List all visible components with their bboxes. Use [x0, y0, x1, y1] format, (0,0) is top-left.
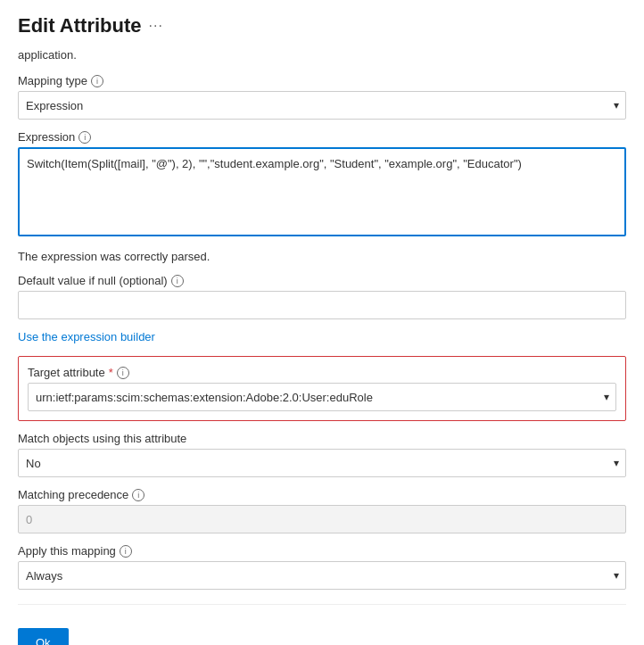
- target-attribute-label: Target attribute * i: [28, 366, 616, 379]
- default-value-info-icon[interactable]: i: [171, 275, 184, 287]
- expression-status: The expression was correctly parsed.: [18, 250, 626, 263]
- target-attribute-select-wrapper: urn:ietf:params:scim:schemas:extension:A…: [28, 383, 616, 411]
- expression-info-icon[interactable]: i: [78, 131, 91, 144]
- matching-precedence-label: Matching precedence i: [18, 488, 626, 501]
- expression-builder-link[interactable]: Use the expression builder: [18, 330, 155, 343]
- default-value-group: Default value if null (optional) i: [18, 274, 626, 319]
- target-attribute-required: *: [109, 366, 113, 379]
- matching-precedence-input: [18, 505, 626, 533]
- bottom-divider: [18, 604, 626, 605]
- expression-textarea[interactable]: Switch(Item(Split([mail], "@"), 2), "","…: [18, 147, 626, 236]
- target-attribute-select[interactable]: urn:ietf:params:scim:schemas:extension:A…: [28, 383, 616, 411]
- apply-mapping-select-wrapper: Always Only during object creation Only …: [18, 561, 626, 590]
- match-objects-select[interactable]: No Yes: [18, 449, 626, 477]
- apply-mapping-group: Apply this mapping i Always Only during …: [18, 544, 626, 590]
- expression-group: Expression i Switch(Item(Split([mail], "…: [18, 130, 626, 239]
- default-value-input[interactable]: [18, 291, 626, 319]
- target-attribute-box: Target attribute * i urn:ietf:params:sci…: [18, 356, 626, 421]
- matching-precedence-group: Matching precedence i: [18, 488, 626, 533]
- apply-mapping-label: Apply this mapping i: [18, 544, 626, 558]
- mapping-type-group: Mapping type i Expression Direct Constan…: [18, 74, 626, 120]
- mapping-type-label: Mapping type i: [18, 74, 626, 87]
- mapping-type-select[interactable]: Expression Direct Constant: [18, 91, 626, 120]
- match-objects-label: Match objects using this attribute: [18, 432, 626, 445]
- more-icon[interactable]: ···: [149, 18, 163, 34]
- matching-precedence-info-icon[interactable]: i: [132, 489, 144, 501]
- mapping-type-select-wrapper: Expression Direct Constant ▾: [18, 91, 626, 120]
- header-row: Edit Attribute ···: [18, 14, 626, 37]
- match-objects-group: Match objects using this attribute No Ye…: [18, 432, 626, 477]
- apply-mapping-select[interactable]: Always Only during object creation Only …: [18, 561, 626, 590]
- default-value-label: Default value if null (optional) i: [18, 274, 626, 287]
- mapping-type-info-icon[interactable]: i: [91, 75, 103, 87]
- ok-button[interactable]: Ok: [18, 628, 69, 645]
- subtitle: application.: [18, 48, 626, 62]
- page-container: Edit Attribute ··· application. Mapping …: [0, 0, 644, 645]
- expression-label: Expression i: [18, 130, 626, 144]
- page-title: Edit Attribute: [18, 14, 142, 37]
- apply-mapping-info-icon[interactable]: i: [120, 545, 132, 558]
- target-attribute-info-icon[interactable]: i: [117, 367, 129, 379]
- match-objects-select-wrapper: No Yes ▾: [18, 449, 626, 477]
